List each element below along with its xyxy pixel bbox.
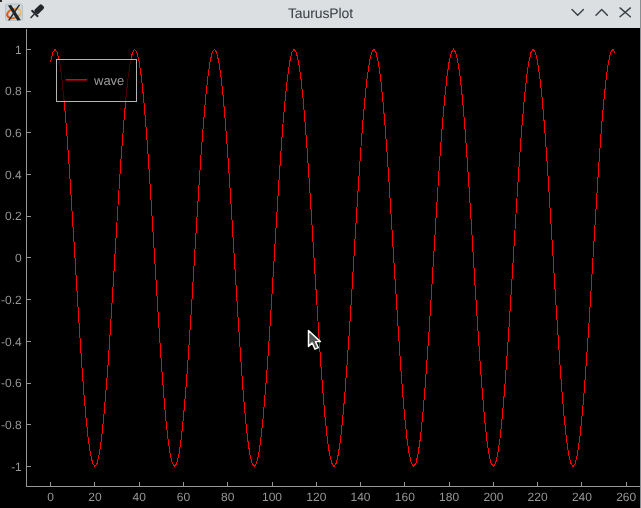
svg-text:160: 160	[395, 490, 415, 504]
svg-text:-0.2: -0.2	[1, 293, 22, 307]
svg-text:-0.8: -0.8	[1, 418, 22, 432]
svg-text:240: 240	[572, 490, 592, 504]
svg-text:120: 120	[306, 490, 326, 504]
svg-text:0: 0	[47, 490, 54, 504]
svg-text:-1: -1	[11, 460, 22, 474]
svg-text:1: 1	[15, 43, 22, 57]
svg-text:140: 140	[350, 490, 370, 504]
svg-text:0.2: 0.2	[5, 209, 22, 223]
svg-text:180: 180	[439, 490, 459, 504]
svg-text:0.4: 0.4	[5, 168, 22, 182]
svg-text:-0.4: -0.4	[1, 335, 22, 349]
svg-text:80: 80	[221, 490, 235, 504]
svg-text:0.8: 0.8	[5, 84, 22, 98]
svg-text:20: 20	[88, 490, 102, 504]
svg-text:260: 260	[616, 490, 636, 504]
svg-text:-0.6: -0.6	[1, 376, 22, 390]
svg-text:220: 220	[528, 490, 548, 504]
svg-text:wave: wave	[93, 73, 124, 88]
svg-text:0: 0	[15, 251, 22, 265]
svg-text:0.6: 0.6	[5, 126, 22, 140]
svg-text:200: 200	[483, 490, 503, 504]
svg-text:100: 100	[262, 490, 282, 504]
svg-text:60: 60	[177, 490, 191, 504]
svg-text:40: 40	[133, 490, 147, 504]
